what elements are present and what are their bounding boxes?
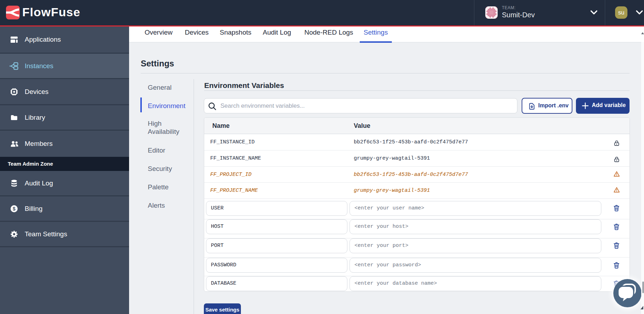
svg-text:$: $ [13, 206, 16, 212]
